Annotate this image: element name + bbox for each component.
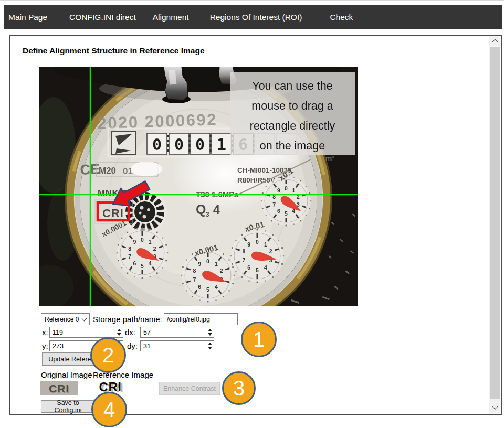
annotation-step-1: 1 xyxy=(241,322,277,357)
svg-text:3: 3 xyxy=(206,211,209,218)
drag-hint-overlay: You can use the mouse to drag a rectangl… xyxy=(230,72,355,155)
x-spinner[interactable] xyxy=(116,327,123,337)
svg-text:7: 7 xyxy=(128,253,131,260)
dx-spinner[interactable] xyxy=(206,327,214,337)
dx-label: dx: xyxy=(125,328,135,337)
reference-select[interactable]: Reference 0 xyxy=(41,313,90,325)
svg-text:4: 4 xyxy=(215,284,218,290)
svg-text:2: 2 xyxy=(269,248,272,254)
dy-input[interactable] xyxy=(140,340,214,351)
svg-text:4: 4 xyxy=(264,264,267,271)
svg-text:5: 5 xyxy=(141,263,144,269)
scroll-up-button[interactable] xyxy=(489,36,500,46)
svg-text:4: 4 xyxy=(213,203,220,217)
annotation-step-2: 2 xyxy=(90,337,126,373)
original-image-thumbnail: CRI xyxy=(40,381,78,395)
window-edge xyxy=(0,0,504,1)
svg-text:8: 8 xyxy=(193,268,196,274)
svg-text:9: 9 xyxy=(277,187,280,194)
nav-alignment[interactable]: Alignment xyxy=(153,13,189,22)
svg-text:1: 1 xyxy=(215,261,218,267)
scrollbar-thumb[interactable] xyxy=(490,47,500,399)
svg-text:8: 8 xyxy=(242,248,245,254)
top-navbar: Main Page CONFIG.INI direct Alignment Re… xyxy=(4,5,502,29)
svg-text:7: 7 xyxy=(193,276,196,283)
svg-text:9: 9 xyxy=(133,239,136,245)
svg-text:8: 8 xyxy=(128,245,131,252)
x-label: x: xyxy=(42,328,48,337)
svg-text:2: 2 xyxy=(153,245,156,252)
svg-text:1: 1 xyxy=(149,239,152,245)
scroll-down-button[interactable] xyxy=(489,402,500,413)
reference-select-value: Reference 0 xyxy=(45,316,79,323)
enhance-contrast-button[interactable]: Enhance Contrast xyxy=(159,382,220,395)
frame-scrollbar[interactable] xyxy=(489,36,500,413)
svg-text:7: 7 xyxy=(272,201,276,208)
reference-image[interactable]: 2020 2000692 xyxy=(39,67,358,306)
svg-text:4: 4 xyxy=(149,260,152,266)
svg-text:5: 5 xyxy=(206,286,209,293)
svg-text:0: 0 xyxy=(141,237,144,243)
annotation-step-4: 4 xyxy=(91,392,127,427)
svg-text:0: 0 xyxy=(174,135,184,154)
svg-text:Q: Q xyxy=(196,202,206,217)
cri-marking: CRI xyxy=(102,207,124,220)
svg-text:6: 6 xyxy=(133,260,136,266)
nav-main-page[interactable]: Main Page xyxy=(8,13,47,22)
svg-text:0: 0 xyxy=(285,185,288,191)
dx-input[interactable] xyxy=(140,327,214,338)
svg-text:9: 9 xyxy=(247,241,250,248)
x-input[interactable] xyxy=(49,327,123,338)
svg-text:0: 0 xyxy=(206,258,209,264)
svg-text:5: 5 xyxy=(256,267,259,273)
svg-text:6: 6 xyxy=(247,264,250,271)
svg-text:M20: M20 xyxy=(99,166,116,176)
original-image-label: Original Image xyxy=(41,370,92,379)
nav-roi[interactable]: Regions Of Interest (ROI) xyxy=(210,13,302,22)
page-title: Define Alignment Structure in Reference … xyxy=(23,46,205,56)
dy-label: dy: xyxy=(127,341,138,350)
svg-text:9: 9 xyxy=(198,261,201,267)
svg-text:5: 5 xyxy=(285,210,288,217)
save-to-config-button[interactable]: Save to Config.ini xyxy=(41,400,95,413)
svg-text:1: 1 xyxy=(292,187,295,194)
svg-text:0: 0 xyxy=(195,135,205,154)
storage-path-label: Storage path/name: xyxy=(93,315,162,324)
svg-text:0: 0 xyxy=(256,239,259,245)
annotation-step-3: 3 xyxy=(222,371,256,405)
storage-path-input[interactable] xyxy=(164,313,238,325)
y-label: y: xyxy=(42,341,48,350)
nav-config-ini[interactable]: CONFIG.INI direct xyxy=(69,13,136,22)
nav-check[interactable]: Check xyxy=(330,13,353,22)
chevron-down-icon xyxy=(82,316,87,321)
svg-text:0: 0 xyxy=(152,135,162,154)
svg-text:7: 7 xyxy=(242,257,245,263)
svg-text:1: 1 xyxy=(264,241,267,248)
svg-text:6: 6 xyxy=(277,208,280,214)
dy-spinner[interactable] xyxy=(206,341,214,351)
svg-text:2: 2 xyxy=(220,268,223,274)
svg-text:1: 1 xyxy=(217,135,226,154)
svg-text:6: 6 xyxy=(198,284,201,290)
